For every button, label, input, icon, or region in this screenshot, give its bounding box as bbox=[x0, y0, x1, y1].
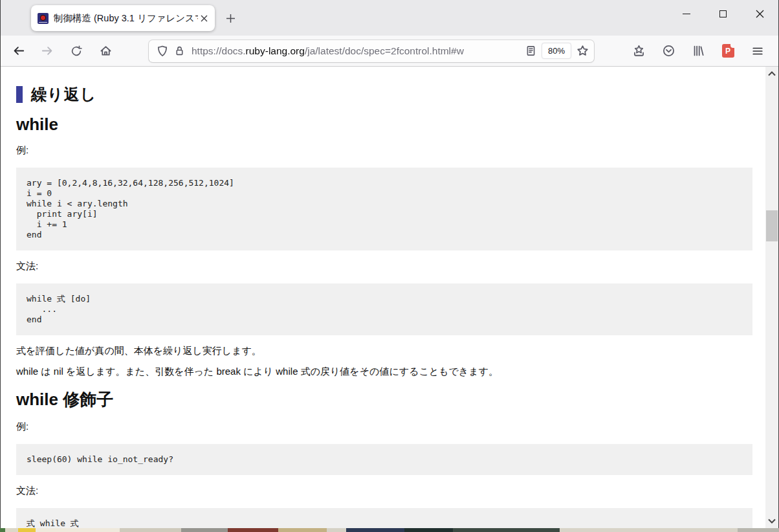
extension-p-icon: P bbox=[722, 44, 734, 58]
while-heading: while bbox=[16, 115, 752, 135]
home-button[interactable] bbox=[94, 40, 116, 62]
lock-icon bbox=[174, 45, 185, 56]
vertical-scrollbar[interactable] bbox=[765, 67, 778, 528]
url-bar[interactable]: https://docs.ruby-lang.org/ja/latest/doc… bbox=[149, 40, 594, 62]
chevron-down-icon bbox=[768, 518, 776, 524]
minimize-button[interactable] bbox=[668, 0, 705, 27]
tab-close-icon[interactable] bbox=[198, 12, 210, 24]
tab-strip: 制御構造 (Ruby 3.1 リファレンスマ bbox=[1, 0, 778, 36]
browser-window: 制御構造 (Ruby 3.1 リファレンスマ bbox=[0, 0, 779, 528]
url-prefix: https://docs. bbox=[192, 45, 246, 56]
hamburger-menu-icon bbox=[752, 45, 763, 57]
code-block-while-example: ary = [0,2,4,8,16,32,64,128,256,512,1024… bbox=[16, 168, 752, 250]
star-tray-icon bbox=[633, 45, 645, 57]
reader-mode-icon bbox=[525, 45, 536, 56]
reload-icon bbox=[71, 45, 82, 57]
code-block-while-syntax: while 式 [do] ... end bbox=[16, 283, 752, 335]
url-domain: ruby-lang.org bbox=[246, 45, 305, 56]
document-body: 繰り返し while 例: ary = [0,2,4,8,16,32,64,12… bbox=[1, 67, 765, 528]
paragraph: 式を評価した値が真の間、本体を繰り返し実行します。 bbox=[16, 345, 752, 357]
tab-control-structure[interactable]: 制御構造 (Ruby 3.1 リファレンスマ bbox=[31, 5, 215, 31]
tracking-shield-icon bbox=[157, 45, 168, 57]
menu-button[interactable] bbox=[747, 40, 769, 62]
library-icon bbox=[692, 45, 705, 57]
back-icon bbox=[12, 45, 25, 57]
chevron-up-icon bbox=[768, 71, 776, 76]
scroll-up-button[interactable] bbox=[765, 68, 778, 80]
maximize-icon bbox=[719, 10, 727, 17]
code-block-modifier-example: sleep(60) while io_not_ready? bbox=[16, 444, 752, 475]
section-heading: 繰り返し bbox=[31, 84, 96, 105]
pocket-icon bbox=[663, 45, 675, 57]
library-button[interactable] bbox=[687, 40, 709, 62]
ruby-reference-favicon bbox=[38, 13, 49, 24]
syntax-label: 文法: bbox=[16, 485, 752, 497]
heading-accent-bar bbox=[16, 86, 23, 103]
example-label: 例: bbox=[16, 144, 752, 157]
save-to-bookmarks-button[interactable] bbox=[628, 40, 650, 62]
code-block-modifier-syntax: 式 while 式 bbox=[16, 508, 752, 528]
close-icon bbox=[756, 10, 764, 18]
paragraph: while は nil を返します。また、引数を伴った break により wh… bbox=[16, 366, 752, 378]
close-button[interactable] bbox=[741, 0, 778, 27]
forward-button[interactable] bbox=[36, 40, 58, 62]
example-label: 例: bbox=[16, 421, 752, 433]
pocket-button[interactable] bbox=[657, 40, 679, 62]
page-content-area: 繰り返し while 例: ary = [0,2,4,8,16,32,64,12… bbox=[1, 67, 778, 528]
url-text: https://docs.ruby-lang.org/ja/latest/doc… bbox=[192, 45, 525, 57]
syntax-label: 文法: bbox=[16, 260, 752, 272]
reload-button[interactable] bbox=[65, 40, 87, 62]
navigation-toolbar: https://docs.ruby-lang.org/ja/latest/doc… bbox=[1, 36, 778, 67]
back-button[interactable] bbox=[7, 40, 29, 62]
scrollbar-thumb[interactable] bbox=[766, 210, 778, 241]
window-controls bbox=[668, 0, 778, 27]
scroll-down-button[interactable] bbox=[765, 515, 778, 527]
toolbar-right-icons: P bbox=[628, 40, 776, 62]
extension-p-button[interactable]: P bbox=[717, 40, 739, 62]
forward-icon bbox=[41, 45, 54, 57]
bookmark-star-icon bbox=[576, 45, 589, 57]
minimize-icon bbox=[683, 14, 690, 14]
while-modifier-heading: while 修飾子 bbox=[16, 388, 752, 411]
home-icon bbox=[100, 45, 112, 57]
url-path: /ja/latest/doc/spec=2fcontrol.html#w bbox=[305, 45, 464, 56]
new-tab-button[interactable] bbox=[221, 9, 239, 27]
zoom-level-button[interactable]: 80% bbox=[542, 43, 571, 59]
tab-title: 制御構造 (Ruby 3.1 リファレンスマ bbox=[54, 12, 198, 25]
maximize-button[interactable] bbox=[705, 0, 741, 27]
